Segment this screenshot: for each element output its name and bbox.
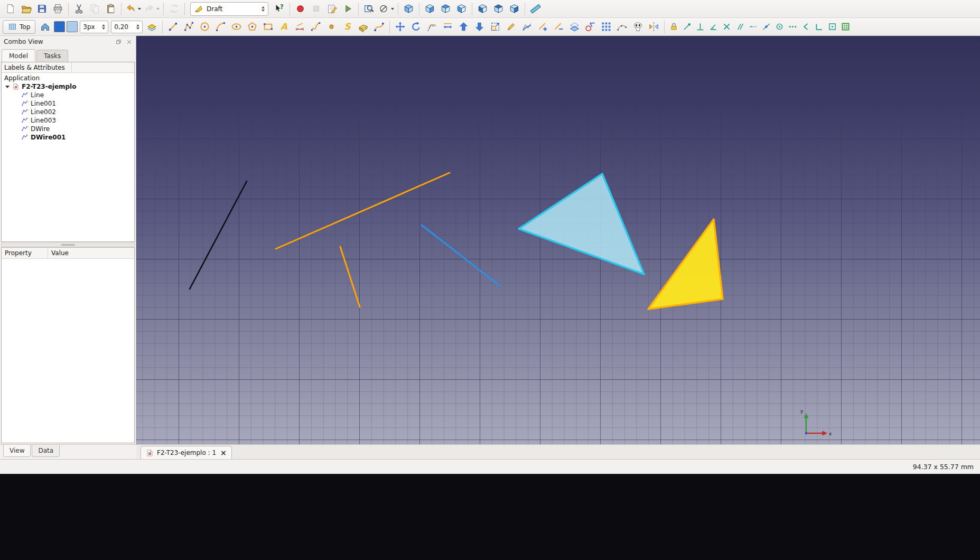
modify-scale-button[interactable]: [488, 20, 503, 34]
new-document-button[interactable]: [3, 2, 18, 16]
splitter-grip-icon[interactable]: [61, 244, 75, 246]
snap-dimensions-button[interactable]: [786, 20, 799, 34]
box-zoom-button[interactable]: [361, 2, 377, 16]
modify-shape-2d-view-button[interactable]: [567, 20, 582, 34]
draft-arc-button[interactable]: [213, 20, 228, 34]
snap-parallel-button[interactable]: [733, 20, 746, 34]
line-object-orange-long[interactable]: [276, 173, 450, 249]
open-document-button[interactable]: [18, 2, 34, 16]
modify-path-array-button[interactable]: [614, 20, 630, 34]
modify-clone-button[interactable]: [630, 20, 646, 34]
undo-button[interactable]: [124, 2, 142, 16]
snap-endpoint-button[interactable]: [680, 20, 693, 34]
draft-line-button[interactable]: [165, 20, 181, 34]
view-front-button[interactable]: [422, 2, 437, 16]
line-width-select[interactable]: 3px: [80, 21, 108, 33]
line-color-swatch[interactable]: [54, 21, 65, 32]
snap-intersection-button[interactable]: [720, 20, 733, 34]
tree-item-document[interactable]: F2-T23-ejemplo: [2, 82, 134, 91]
modify-edit-button[interactable]: [503, 20, 519, 34]
paste-button[interactable]: [103, 2, 118, 16]
snap-ortho-button[interactable]: [813, 20, 825, 34]
view-isometric-button[interactable]: [401, 2, 416, 16]
dropdown-caret-icon[interactable]: [138, 8, 141, 10]
tree-item-line002[interactable]: Line002: [2, 108, 134, 116]
tree-item-line[interactable]: Line: [2, 91, 134, 99]
construction-mode-button[interactable]: [38, 20, 53, 34]
draft-dimension-button[interactable]: [292, 20, 307, 34]
workbench-selector[interactable]: Draft: [190, 2, 268, 16]
modify-rotate-button[interactable]: [408, 20, 424, 34]
tree-item-application[interactable]: Application: [2, 74, 134, 82]
face-color-swatch[interactable]: [67, 21, 78, 32]
view-right-button[interactable]: [454, 2, 469, 16]
tab-model[interactable]: Model: [2, 49, 35, 62]
tree-item-dwire[interactable]: DWire: [2, 125, 134, 133]
dropdown-caret-icon[interactable]: [391, 8, 394, 10]
grid-toggle-button[interactable]: [839, 20, 852, 34]
draft-polygon-button[interactable]: [245, 20, 260, 34]
float-panel-button[interactable]: [114, 38, 123, 46]
autogroup-button[interactable]: [144, 20, 160, 34]
working-plane-button[interactable]: Top: [3, 20, 35, 34]
draft-facebinder-button[interactable]: [356, 20, 371, 34]
print-button[interactable]: [50, 2, 66, 16]
measure-distance-button[interactable]: [528, 2, 543, 16]
draft-bspline-button[interactable]: [308, 20, 323, 34]
macro-edit-button[interactable]: [324, 2, 340, 16]
draft-ellipse-button[interactable]: [229, 20, 244, 34]
snap-working-plane-button[interactable]: [826, 20, 838, 34]
spinner-arrows-icon[interactable]: [136, 24, 139, 30]
tab-view[interactable]: View: [3, 445, 31, 457]
draft-bezier-button[interactable]: [371, 20, 387, 34]
save-button[interactable]: [34, 2, 50, 16]
tree-item-dwire001[interactable]: DWire001: [2, 133, 134, 142]
snap-near-button[interactable]: [799, 20, 812, 34]
combo-arrows-icon[interactable]: [102, 24, 105, 30]
draft-text-button[interactable]: A: [276, 20, 292, 34]
modify-wire-to-bspline-button[interactable]: [519, 20, 535, 34]
draw-style-button[interactable]: [377, 2, 395, 16]
draft-polyline-button[interactable]: [181, 20, 197, 34]
snap-midpoint-button[interactable]: [760, 20, 772, 34]
cut-button[interactable]: [71, 2, 87, 16]
view-bottom-button[interactable]: [491, 2, 506, 16]
snap-center-button[interactable]: [773, 20, 786, 34]
dwire-object-cyan-triangle[interactable]: [519, 174, 644, 274]
draft-rectangle-button[interactable]: [260, 20, 276, 34]
line-object-blue[interactable]: [422, 225, 500, 286]
macro-stop-button[interactable]: [309, 2, 324, 16]
draft-circle-button[interactable]: [197, 20, 212, 34]
panel-splitter[interactable]: [1, 242, 135, 247]
modify-delete-point-button[interactable]: [551, 20, 566, 34]
view-rear-button[interactable]: [475, 2, 490, 16]
modify-upgrade-button[interactable]: [456, 20, 471, 34]
modify-trimex-button[interactable]: [440, 20, 455, 34]
snap-extension-button[interactable]: [746, 20, 759, 34]
tab-data[interactable]: Data: [32, 445, 60, 457]
close-panel-button[interactable]: [125, 38, 133, 46]
document-tab[interactable]: F2-T23-ejemplo : 1 ×: [141, 446, 232, 459]
view-left-button[interactable]: [507, 2, 522, 16]
modify-array-button[interactable]: [599, 20, 614, 34]
tree-item-line001[interactable]: Line001: [2, 99, 134, 108]
macro-play-button[interactable]: [340, 2, 356, 16]
refresh-button[interactable]: [166, 2, 182, 16]
snap-perpendicular-button[interactable]: [694, 20, 706, 34]
dropdown-caret-icon[interactable]: [156, 8, 160, 10]
dwire-object-yellow-triangle[interactable]: [648, 219, 723, 309]
modify-add-point-button[interactable]: [535, 20, 550, 34]
text-size-input[interactable]: 0,20: [111, 21, 143, 33]
close-tab-icon[interactable]: ×: [220, 449, 227, 456]
copy-button[interactable]: [87, 2, 102, 16]
modify-move-button[interactable]: [393, 20, 408, 34]
draft-shapestring-button[interactable]: S: [340, 20, 355, 34]
redo-button[interactable]: [143, 2, 161, 16]
modify-mirror-button[interactable]: [646, 20, 661, 34]
line-object-orange-short[interactable]: [340, 247, 360, 307]
draft-point-button[interactable]: [324, 20, 339, 34]
expander-icon[interactable]: [5, 86, 10, 88]
modify-draft-to-sketch-button[interactable]: [583, 20, 598, 34]
whats-this-button[interactable]: ?: [272, 2, 287, 16]
snap-angle-button[interactable]: [707, 20, 720, 34]
